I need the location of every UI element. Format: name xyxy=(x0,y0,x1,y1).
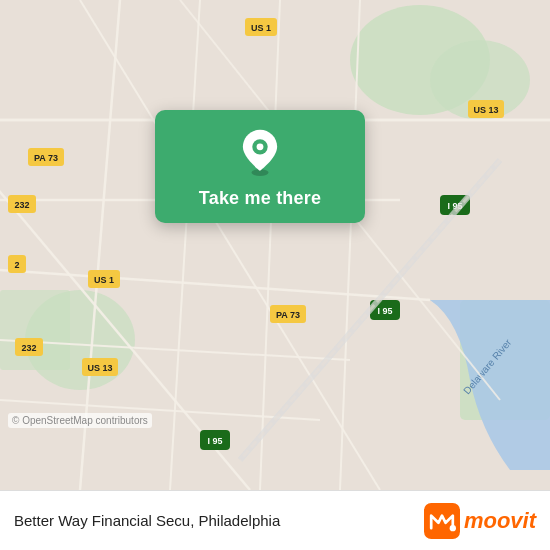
location-pin-icon xyxy=(236,128,284,176)
bottom-bar: Better Way Financial Secu, Philadelphia … xyxy=(0,490,550,550)
svg-rect-48 xyxy=(424,503,460,539)
svg-text:I 95: I 95 xyxy=(207,436,222,446)
svg-text:I 95: I 95 xyxy=(377,306,392,316)
svg-text:2: 2 xyxy=(14,260,19,270)
svg-text:232: 232 xyxy=(14,200,29,210)
svg-text:PA 73: PA 73 xyxy=(34,153,58,163)
moovit-text: moovit xyxy=(464,508,536,534)
svg-text:232: 232 xyxy=(21,343,36,353)
moovit-logo[interactable]: moovit xyxy=(424,503,536,539)
take-me-there-button[interactable]: Take me there xyxy=(199,188,321,209)
svg-text:PA 73: PA 73 xyxy=(276,310,300,320)
svg-text:US 1: US 1 xyxy=(94,275,114,285)
svg-point-49 xyxy=(450,525,456,531)
svg-text:US 13: US 13 xyxy=(87,363,112,373)
svg-text:US 13: US 13 xyxy=(473,105,498,115)
svg-text:US 1: US 1 xyxy=(251,23,271,33)
map-container: Delaware River US 1 PA 73 PA 73 232 2 xyxy=(0,0,550,490)
svg-point-47 xyxy=(257,143,264,150)
moovit-m-icon xyxy=(424,503,460,539)
copyright-text: © OpenStreetMap contributors xyxy=(8,413,152,428)
svg-rect-5 xyxy=(0,290,70,370)
location-label: Better Way Financial Secu, Philadelphia xyxy=(14,512,280,529)
location-card: Take me there xyxy=(155,110,365,223)
